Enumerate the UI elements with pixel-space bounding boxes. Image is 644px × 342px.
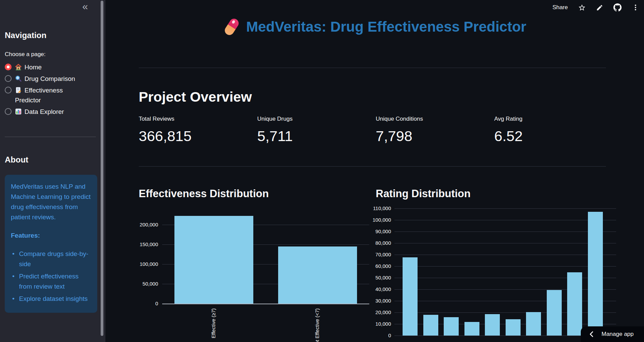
bar — [278, 246, 357, 304]
y-tick-label: 40,000 — [347, 286, 391, 292]
y-tick-label: 50,000 — [347, 275, 391, 280]
gridline — [394, 243, 616, 243]
y-tick-label: 100,000 — [347, 217, 391, 223]
bar — [506, 319, 521, 336]
bar — [464, 322, 479, 336]
gridline — [394, 301, 616, 301]
gridline — [394, 208, 616, 209]
y-tick-label: 20,000 — [347, 309, 391, 315]
gridline — [394, 312, 616, 313]
bar — [588, 212, 603, 336]
charts-layer: 050,000100,000150,000200,000Effective (≥… — [0, 0, 644, 342]
x-axis-line — [162, 304, 369, 304]
gridline — [394, 289, 616, 290]
bar — [526, 312, 541, 336]
gridline — [394, 278, 616, 278]
bar — [567, 272, 582, 336]
bar — [423, 315, 438, 336]
chevron-left-icon — [590, 331, 593, 337]
bar — [485, 314, 500, 336]
y-tick-label: 50,000 — [114, 281, 158, 287]
y-tick-label: 150,000 — [114, 241, 158, 247]
gridline — [394, 220, 616, 220]
overflow-menu-icon[interactable] — [632, 4, 639, 11]
y-tick-label: 80,000 — [347, 240, 391, 246]
y-tick-label: 60,000 — [347, 263, 391, 269]
y-tick-label: 200,000 — [114, 222, 158, 227]
y-tick-label: 110,000 — [347, 205, 391, 211]
bar — [174, 216, 253, 304]
y-tick-label: 0 — [114, 301, 158, 306]
github-icon[interactable] — [613, 3, 622, 12]
y-tick-label: 10,000 — [347, 321, 391, 327]
y-tick-label: 0 — [347, 332, 391, 338]
manage-app-label: Manage app — [601, 331, 634, 338]
app-toolbar: Share — [553, 2, 639, 13]
y-tick-label: 100,000 — [114, 261, 158, 267]
pencil-icon[interactable] — [596, 4, 603, 11]
y-tick-label: 90,000 — [347, 228, 391, 234]
bar — [403, 257, 418, 336]
gridline — [394, 266, 616, 267]
x-tick-label: Effective (≥7) — [210, 308, 216, 338]
bar — [444, 317, 459, 336]
x-tick-label: Not Effective (<7) — [314, 308, 320, 342]
y-tick-label: 30,000 — [347, 298, 391, 304]
manage-app-button[interactable]: Manage app — [581, 326, 644, 342]
y-tick-label: 70,000 — [347, 252, 391, 257]
bar — [547, 290, 562, 336]
gridline — [394, 232, 616, 232]
gridline — [394, 255, 616, 255]
share-button[interactable]: Share — [553, 4, 568, 11]
star-icon[interactable] — [578, 4, 586, 12]
